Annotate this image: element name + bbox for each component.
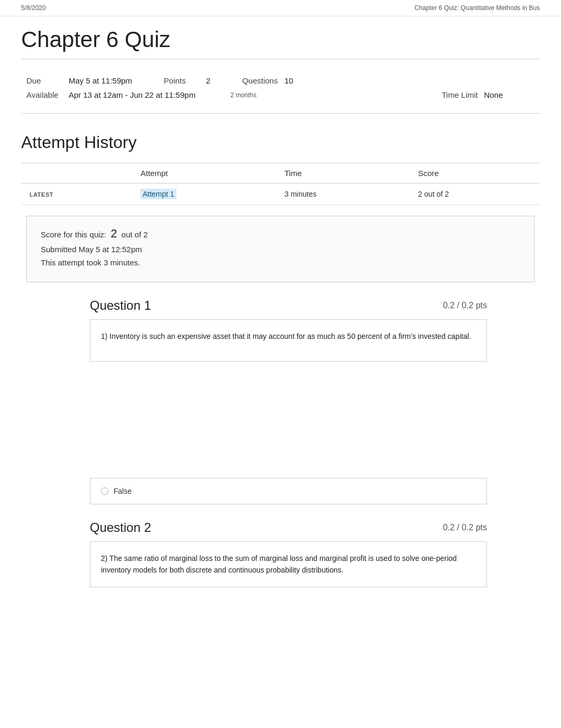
submitted-line: Submitted May 5 at 12:52pm: [41, 245, 520, 254]
question-header-1: Question 1 0.2 / 0.2 pts: [90, 298, 487, 313]
time-limit-value: None: [484, 90, 503, 99]
score-cell: 2 out of 2: [409, 183, 540, 205]
available-value: Apr 13 at 12am - Jun 22 at 11:59pm: [69, 90, 195, 99]
answer-false-label: False: [114, 487, 132, 495]
date-label: 5/8/2020: [21, 4, 46, 12]
score-out-of: out of 2: [121, 230, 148, 239]
questions-label: Questions: [242, 76, 284, 85]
due-value: May 5 at 11:59pm: [69, 76, 132, 85]
time-cell: 3 minutes: [276, 183, 410, 205]
score-summary-box: Score for this quiz: 2 out of 2 Submitte…: [26, 216, 535, 282]
score-line: Score for this quiz: 2 out of 2: [41, 227, 520, 241]
radio-false: [101, 487, 108, 495]
question-1-content: 1) Inventory is such an expensive asset …: [90, 319, 487, 362]
table-row: LATEST Attempt 1 3 minutes 2 out of 2: [21, 183, 540, 205]
available-label: Available: [26, 90, 69, 99]
attempt-time-line: This attempt took 3 minutes.: [41, 258, 520, 267]
question-2-pts: 0.2 / 0.2 pts: [443, 523, 487, 532]
main-content: Chapter 6 Quiz Due May 5 at 11:59pm Poin…: [0, 16, 561, 614]
attempt-history-section: Attempt History Attempt Time Score LATES…: [21, 133, 540, 587]
question-2-title: Question 2: [90, 520, 151, 535]
breadcrumb: Chapter 6 Quiz: Quantitative Methods in …: [415, 4, 540, 12]
question-1-pts: 0.2 / 0.2 pts: [443, 301, 487, 310]
question-2-text: 2) The same ratio of marginal loss to th…: [101, 552, 476, 576]
question-header-2: Question 2 0.2 / 0.2 pts: [90, 520, 487, 535]
available-sub: 2 months: [230, 91, 256, 99]
spacer-1: [90, 368, 487, 474]
attempt-cell: Attempt 1: [132, 183, 276, 205]
time-limit-label: Time Limit: [442, 90, 484, 99]
question-1-title: Question 1: [90, 298, 151, 313]
latest-badge: LATEST: [21, 183, 132, 205]
col-header-score: Score: [409, 163, 540, 183]
top-bar: 5/8/2020 Chapter 6 Quiz: Quantitative Me…: [0, 0, 561, 16]
question-1-text: 1) Inventory is such an expensive asset …: [101, 330, 476, 342]
score-label: Score for this quiz:: [41, 230, 106, 239]
due-label: Due: [26, 76, 69, 85]
question-1-answer-box: False: [90, 478, 487, 504]
col-header-time: Time: [276, 163, 410, 183]
question-block-2: Question 2 0.2 / 0.2 pts 2) The same rat…: [90, 520, 487, 587]
table-header-row: Attempt Time Score: [21, 163, 540, 183]
meta-row-due: Due May 5 at 11:59pm Points 2 Questions …: [26, 76, 535, 85]
question-2-content: 2) The same ratio of marginal loss to th…: [90, 541, 487, 587]
meta-row-available: Available Apr 13 at 12am - Jun 22 at 11:…: [26, 90, 535, 99]
points-value: 2: [206, 76, 210, 85]
col-header-attempt: Attempt: [132, 163, 276, 183]
col-header-empty: [21, 163, 132, 183]
attempts-table: Attempt Time Score LATEST Attempt 1 3 mi…: [21, 163, 540, 205]
page-title: Chapter 6 Quiz: [21, 27, 540, 59]
quiz-meta: Due May 5 at 11:59pm Points 2 Questions …: [21, 68, 540, 114]
questions-value: 10: [284, 76, 293, 85]
question-block-1: Question 1 0.2 / 0.2 pts 1) Inventory is…: [90, 298, 487, 504]
attempt-link[interactable]: Attempt 1: [141, 189, 176, 199]
score-number: 2: [110, 227, 117, 240]
answer-option-false: False: [101, 487, 476, 495]
attempt-history-title: Attempt History: [21, 133, 540, 152]
points-label: Points: [164, 76, 206, 85]
